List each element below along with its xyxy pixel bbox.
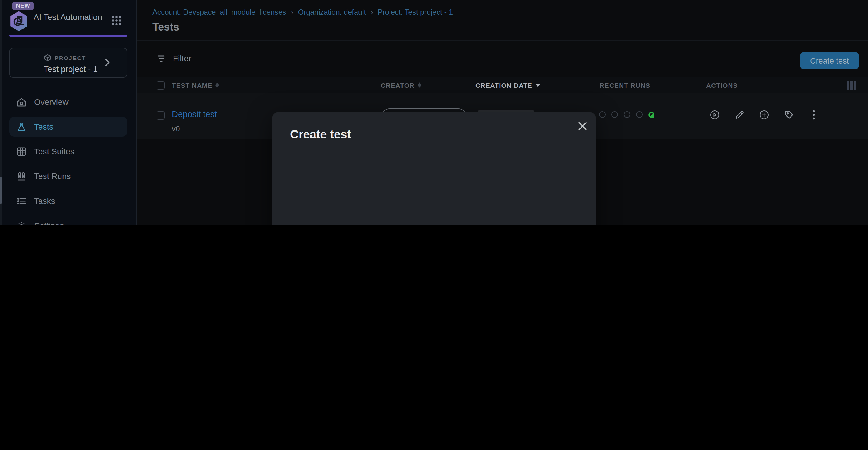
run-dot-empty[interactable] (624, 111, 630, 118)
sidebar-item-label: Test Runs (34, 171, 71, 181)
more-options-button[interactable] (809, 110, 818, 119)
sidebar-item-test-suites[interactable]: Test Suites (9, 141, 127, 161)
column-creation-date[interactable]: CREATION DATE (475, 82, 540, 89)
app-title: AI Test Automation (34, 12, 104, 22)
filter-icon (158, 55, 166, 62)
close-icon[interactable] (577, 121, 588, 131)
run-dot-empty[interactable] (636, 111, 643, 118)
sidebar-nav: Overview Tests Test Suites (9, 92, 127, 225)
column-recent-runs: RECENT RUNS (600, 82, 650, 89)
grid-icon (17, 146, 27, 157)
sidebar-item-label: Tasks (34, 196, 55, 205)
column-test-name[interactable]: TEST NAME (172, 82, 219, 89)
project-name: Test project - 1 (43, 64, 98, 74)
run-dot-empty[interactable] (599, 111, 606, 118)
column-creator[interactable]: CREATOR (381, 82, 421, 89)
page-header: Account: Devspace_all_module_licenses › … (136, 0, 868, 40)
cube-icon (44, 54, 51, 61)
sidebar-item-test-runs[interactable]: Test Runs (9, 166, 127, 186)
sort-icon (215, 82, 219, 88)
sidebar-scrollbar[interactable] (0, 0, 2, 225)
select-all-checkbox[interactable] (157, 81, 165, 89)
sidebar-item-label: Overview (34, 97, 68, 107)
tag-button[interactable] (784, 110, 794, 119)
sidebar-item-label: Tests (34, 122, 53, 131)
gear-icon (17, 221, 27, 225)
sidebar-item-tests[interactable]: Tests (9, 117, 127, 137)
home-icon (17, 97, 27, 107)
breadcrumb-separator: › (371, 8, 373, 17)
breadcrumb-organization[interactable]: Organization: default (298, 8, 366, 17)
project-label: PROJECT (55, 55, 86, 61)
app-root: NEW AI Test Automation PROJECT Test proj… (0, 0, 868, 225)
breadcrumb: Account: Devspace_all_module_licenses › … (152, 8, 453, 17)
filter-button[interactable]: Filter (158, 54, 191, 63)
edit-button[interactable] (735, 110, 744, 119)
new-badge: NEW (12, 2, 34, 10)
app-switcher-icon[interactable] (111, 15, 122, 26)
flask-icon (17, 122, 27, 132)
row-checkbox[interactable] (157, 111, 165, 119)
add-button[interactable] (759, 110, 769, 119)
test-name-link[interactable]: Deposit test (172, 110, 217, 119)
page-title: Tests (152, 21, 179, 34)
run-test-button[interactable] (710, 110, 720, 119)
sidebar-item-tasks[interactable]: Tasks (9, 191, 127, 211)
logo-glyph-icon (13, 15, 25, 27)
list-icon (17, 196, 27, 206)
breadcrumb-project[interactable]: Project: Test project - 1 (378, 8, 453, 17)
sort-icon (417, 82, 421, 88)
create-test-modal: Create test Environment test Start URL h… (273, 113, 595, 225)
recent-runs (599, 111, 654, 118)
run-dot-empty[interactable] (612, 111, 618, 118)
app-logo (9, 11, 28, 31)
filter-label: Filter (173, 54, 191, 63)
project-selector[interactable]: PROJECT Test project - 1 (9, 48, 127, 78)
table-header: TEST NAME CREATOR CREATION DATE RECENT R… (136, 77, 868, 93)
run-dot-passed[interactable] (649, 112, 654, 117)
brand-accent-rule (9, 35, 127, 36)
sort-desc-icon (535, 83, 540, 87)
breadcrumb-separator: › (291, 8, 293, 17)
chevron-right-icon (105, 58, 110, 66)
column-actions: ACTIONS (706, 82, 738, 89)
breadcrumb-account[interactable]: Account: Devspace_all_module_licenses (152, 8, 286, 17)
create-test-toolbar-button[interactable]: Create test (800, 52, 859, 69)
row-actions (710, 110, 818, 119)
sidebar-item-label: Test Suites (34, 147, 74, 156)
sidebar-item-settings[interactable]: Settings (9, 216, 127, 225)
modal-title: Create test (290, 128, 351, 141)
sidebar-item-overview[interactable]: Overview (9, 92, 127, 112)
sidebar: NEW AI Test Automation PROJECT Test proj… (0, 0, 136, 225)
sidebar-item-label: Settings (34, 221, 64, 225)
columns-icon (17, 171, 27, 181)
test-version: v0 (172, 124, 180, 133)
column-settings-icon[interactable] (847, 81, 856, 89)
